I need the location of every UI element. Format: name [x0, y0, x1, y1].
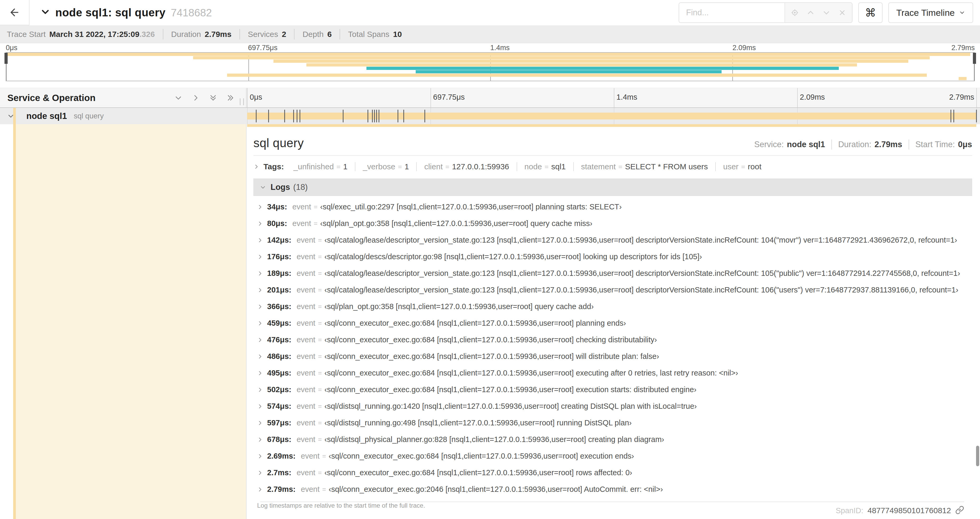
tag-item[interactable]: statement=SELECT * FROM users: [574, 162, 716, 171]
span-log-marker[interactable]: [976, 110, 977, 122]
chevron-right-icon[interactable]: [257, 204, 263, 210]
span-log-marker[interactable]: [403, 110, 404, 122]
collapse-controls: [174, 94, 246, 102]
span-timeline-cell[interactable]: [247, 108, 980, 124]
span-log-marker[interactable]: [368, 110, 368, 122]
log-row[interactable]: 2.79ms:event=‹sql/conn_executor_exec.go:…: [253, 481, 972, 498]
span-log-marker[interactable]: [343, 110, 344, 122]
log-row[interactable]: 366μs:event=‹sql/plan_opt.go:358 [nsql1,…: [253, 298, 972, 315]
equals-sign: =: [318, 236, 322, 244]
log-row[interactable]: 459μs:event=‹sql/conn_executor_exec.go:6…: [253, 315, 972, 332]
keyboard-shortcuts-button[interactable]: ⌘: [858, 2, 883, 23]
service-operation-header: Service & Operation: [0, 88, 247, 107]
equals-sign: =: [741, 163, 745, 171]
chevron-right-icon[interactable]: [257, 420, 263, 426]
log-row[interactable]: 176μs:event=‹sql/catalog/descs/descripto…: [253, 248, 972, 265]
log-timestamp: 142μs:: [267, 236, 291, 244]
span-log-marker[interactable]: [297, 110, 298, 122]
span-log-marker[interactable]: [372, 110, 373, 122]
tag-item[interactable]: node=sql1: [517, 162, 574, 171]
chevron-right-icon[interactable]: [257, 404, 263, 409]
span-log-marker[interactable]: [398, 110, 398, 122]
tag-item[interactable]: _unfinished=1: [286, 162, 355, 171]
focus-match-icon[interactable]: [791, 9, 799, 17]
collapse-all-icon[interactable]: [209, 94, 217, 102]
chevron-right-icon[interactable]: [257, 287, 263, 293]
trace-view-select[interactable]: Trace Timeline: [888, 2, 973, 23]
chevron-right-icon[interactable]: [257, 437, 263, 442]
ruler-tick-label: 697.75μs: [433, 93, 465, 102]
back-button[interactable]: [0, 0, 30, 25]
span-operation-name: sql query: [74, 112, 104, 120]
span-detail-panel: sql query Service:node sql1Duration:2.79…: [247, 124, 980, 519]
chevron-right-icon[interactable]: [257, 237, 263, 243]
log-row[interactable]: 502μs:event=‹sql/conn_executor_exec.go:6…: [253, 381, 972, 398]
minimap-tick-labels: 0μs697.75μs1.4ms2.09ms2.79ms: [0, 44, 980, 52]
chevron-right-icon[interactable]: [257, 304, 263, 310]
timeline-minimap[interactable]: [6, 52, 975, 81]
log-row[interactable]: 678μs:event=‹sql/distsql_physical_planne…: [253, 431, 972, 448]
span-log-marker[interactable]: [425, 110, 425, 122]
tag-item[interactable]: user=root: [716, 162, 769, 171]
collapse-one-icon[interactable]: [174, 94, 182, 102]
log-row[interactable]: 495μs:event=‹sql/conn_executor_exec.go:6…: [253, 365, 972, 381]
next-result-icon[interactable]: [822, 9, 830, 17]
vertical-scrollbar-thumb[interactable]: [976, 446, 979, 466]
chevron-right-icon[interactable]: [257, 487, 263, 492]
span-log-marker[interactable]: [374, 110, 375, 122]
chevron-right-icon[interactable]: [257, 271, 263, 276]
expand-all-icon[interactable]: [227, 94, 234, 102]
span-log-marker[interactable]: [284, 110, 285, 122]
prev-result-icon[interactable]: [807, 9, 815, 17]
column-resizer-grip[interactable]: [240, 98, 244, 105]
log-row[interactable]: 2.7ms:event=‹sql/conn_executor_exec.go:6…: [253, 465, 972, 481]
chevron-down-icon[interactable]: [41, 7, 50, 18]
link-icon[interactable]: [955, 506, 964, 516]
span-duration-bar[interactable]: [247, 113, 976, 120]
span-log-marker[interactable]: [953, 110, 954, 122]
log-row[interactable]: 201μs:event=‹sql/catalog/lease/descripto…: [253, 282, 972, 298]
span-name-cell[interactable]: node sql1 sql query: [0, 108, 247, 124]
logs-header[interactable]: Logs (18): [253, 179, 972, 196]
log-timestamp: 2.7ms:: [267, 468, 291, 477]
summary-value-fraction: .326: [139, 30, 154, 39]
chevron-right-icon[interactable]: [257, 470, 263, 476]
log-field-key: event: [297, 402, 315, 410]
span-log-marker[interactable]: [950, 110, 951, 122]
tag-item[interactable]: client=127.0.0.1:59936: [417, 162, 517, 171]
log-row[interactable]: 142μs:event=‹sql/catalog/lease/descripto…: [253, 232, 972, 248]
minimap-left-scrub-handle[interactable]: [5, 53, 8, 64]
chevron-right-icon[interactable]: [257, 320, 263, 326]
tag-item[interactable]: _verbose=1: [355, 162, 417, 171]
find-input[interactable]: [679, 3, 784, 22]
expand-one-icon[interactable]: [192, 94, 200, 102]
log-row[interactable]: 189μs:event=‹sql/catalog/lease/descripto…: [253, 265, 972, 282]
trace-summary-item: Depth6: [294, 30, 340, 39]
span-log-marker[interactable]: [268, 110, 269, 122]
log-row[interactable]: 597μs:event=‹sql/distsql_running.go:498 …: [253, 415, 972, 431]
tags-row[interactable]: Tags: _unfinished=1_verbose=1client=127.…: [253, 162, 972, 171]
clear-find-icon[interactable]: [838, 9, 846, 17]
log-row[interactable]: 2.69ms:event=‹sql/conn_executor_exec.go:…: [253, 448, 972, 465]
log-row[interactable]: 486μs:event=‹sql/conn_executor_exec.go:6…: [253, 348, 972, 365]
minimap-right-scrub-handle[interactable]: [973, 53, 976, 64]
log-row[interactable]: 80μs:event=‹sql/plan_opt.go:358 [nsql1,c…: [253, 215, 972, 232]
log-row[interactable]: 476μs:event=‹sql/conn_executor_exec.go:6…: [253, 332, 972, 348]
chevron-right-icon[interactable]: [257, 254, 263, 260]
log-row[interactable]: 34μs:event=‹sql/exec_util.go:2297 [nsql1…: [253, 199, 972, 215]
chevron-right-icon[interactable]: [257, 337, 263, 343]
chevron-right-icon[interactable]: [253, 164, 259, 169]
span-log-marker[interactable]: [293, 110, 294, 122]
log-row[interactable]: 574μs:event=‹sql/distsql_running.go:1420…: [253, 398, 972, 415]
span-log-marker[interactable]: [256, 110, 256, 122]
chevron-right-icon[interactable]: [257, 221, 263, 227]
log-field-value: ‹sql/conn_executor_exec.go:684 [nsql1,cl…: [324, 369, 738, 377]
span-log-marker[interactable]: [379, 110, 379, 122]
chevron-right-icon[interactable]: [257, 454, 263, 459]
chevron-right-icon[interactable]: [257, 370, 263, 376]
span-row[interactable]: node sql1 sql query: [0, 108, 980, 124]
chevron-right-icon[interactable]: [257, 354, 263, 359]
span-log-marker[interactable]: [299, 110, 300, 122]
span-log-marker[interactable]: [376, 110, 377, 122]
chevron-right-icon[interactable]: [257, 387, 263, 393]
